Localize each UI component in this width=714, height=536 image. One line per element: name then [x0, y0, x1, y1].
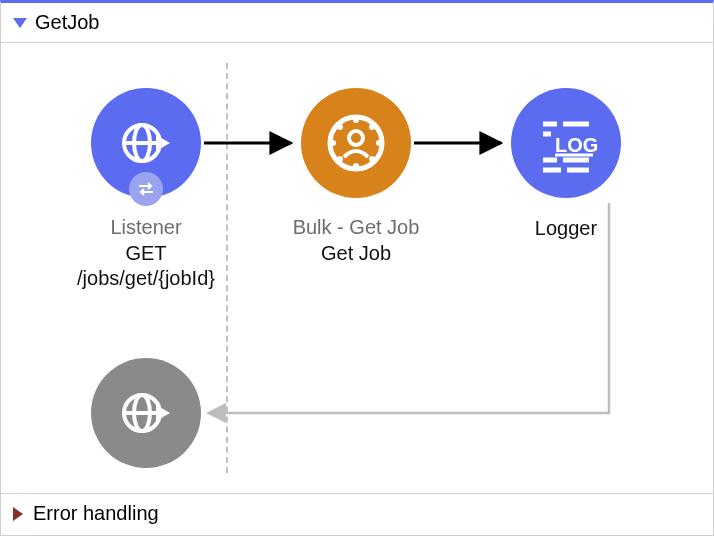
- error-section-title: Error handling: [33, 502, 159, 525]
- flow-panel: GetJob: [0, 0, 714, 536]
- node-label: GET /jobs/get/{jobId}: [56, 241, 236, 291]
- svg-point-6: [353, 117, 359, 123]
- section-header-getjob[interactable]: GetJob: [1, 3, 713, 43]
- node-type-label: Bulk - Get Job: [266, 216, 446, 239]
- globe-arrow-icon: [114, 111, 178, 175]
- error-return-icon-circle: [91, 358, 201, 468]
- svg-point-8: [376, 140, 382, 146]
- flow-canvas[interactable]: Listener GET /jobs/get/{jobId}: [1, 43, 713, 493]
- log-icon: LOG: [531, 108, 601, 178]
- svg-point-11: [337, 156, 343, 162]
- globe-arrow-icon: [114, 381, 178, 445]
- flow-title: GetJob: [35, 11, 99, 34]
- logger-icon-circle: LOG: [511, 88, 621, 198]
- chevron-right-icon: [13, 507, 23, 521]
- node-type-label: Listener: [56, 216, 236, 239]
- node-label: Logger: [476, 216, 656, 241]
- svg-point-13: [337, 124, 343, 130]
- exchange-badge-icon: [129, 172, 163, 206]
- svg-point-9: [369, 156, 375, 162]
- svg-text:LOG: LOG: [555, 134, 598, 156]
- flow-node-logger[interactable]: LOG Logger: [476, 88, 656, 241]
- listener-icon-circle: [91, 88, 201, 198]
- flow-node-listener[interactable]: Listener GET /jobs/get/{jobId}: [56, 88, 236, 291]
- chevron-down-icon: [13, 18, 27, 28]
- svg-point-10: [353, 163, 359, 169]
- svg-point-12: [330, 140, 336, 146]
- flow-node-error-return[interactable]: [56, 358, 236, 468]
- user-dotted-circle-icon: [320, 107, 392, 179]
- section-header-error[interactable]: Error handling: [1, 493, 713, 533]
- svg-point-14: [349, 131, 363, 145]
- getjob-icon-circle: [301, 88, 411, 198]
- svg-point-7: [369, 124, 375, 130]
- flow-node-getjob[interactable]: Bulk - Get Job Get Job: [266, 88, 446, 266]
- node-label: Get Job: [266, 241, 446, 266]
